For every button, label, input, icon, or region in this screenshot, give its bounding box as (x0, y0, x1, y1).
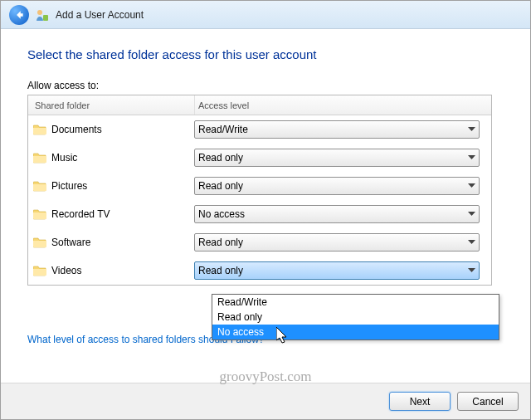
dropdown-option[interactable]: Read/Write (212, 295, 499, 310)
allow-access-label: Allow access to: (27, 80, 504, 91)
table-row: Software Read only (28, 228, 491, 256)
chevron-down-icon (468, 155, 475, 160)
combo-value: Read only (198, 180, 243, 192)
dropdown-option[interactable]: Read only (212, 310, 499, 325)
combo-value: Read only (198, 237, 243, 248)
access-level-combo[interactable]: No access (194, 205, 480, 223)
wizard-window: Add a User Account Select the shared fol… (0, 0, 531, 420)
access-level-combo[interactable]: Read/Write (194, 120, 480, 139)
access-cell: Read only (194, 177, 486, 195)
access-cell: Read/Write (194, 120, 486, 139)
access-level-dropdown[interactable]: Read/WriteRead onlyNo access (212, 294, 499, 340)
folder-icon (33, 151, 46, 164)
user-account-icon (36, 8, 49, 22)
arrow-left-icon (13, 9, 25, 21)
chevron-down-icon (468, 212, 475, 217)
table-row: Videos Read only (28, 256, 491, 285)
folder-name: Pictures (51, 180, 87, 192)
access-level-combo[interactable]: Read only (194, 261, 480, 280)
folder-access-table: Shared folder Access level Documents Rea… (27, 95, 492, 286)
access-cell: Read only (194, 261, 486, 280)
folder-cell: Documents (33, 123, 194, 136)
column-access-level[interactable]: Access level (194, 95, 491, 115)
chevron-down-icon (468, 183, 475, 188)
table-row: Pictures Read only (28, 172, 491, 200)
folder-cell: Videos (33, 264, 194, 277)
combo-value: Read/Write (198, 124, 248, 135)
table-header: Shared folder Access level (28, 95, 491, 115)
table-row: Music Read only (28, 144, 491, 172)
chevron-down-icon (468, 268, 475, 273)
access-level-combo[interactable]: Read only (194, 177, 480, 195)
folder-cell: Recorded TV (33, 208, 194, 221)
header-bar: Add a User Account (1, 1, 530, 29)
combo-value: Read only (198, 152, 243, 164)
combo-value: No access (198, 208, 245, 220)
cancel-button[interactable]: Cancel (457, 392, 519, 411)
folder-name: Recorded TV (51, 208, 110, 220)
column-shared-folder[interactable]: Shared folder (28, 100, 194, 110)
folder-cell: Software (33, 236, 194, 249)
folder-icon (33, 236, 46, 249)
folder-icon (33, 123, 46, 136)
table-row: Documents Read/Write (28, 115, 491, 144)
chevron-down-icon (468, 127, 475, 132)
dropdown-option[interactable]: No access (212, 325, 499, 339)
access-cell: Read only (194, 149, 486, 167)
table-row: Recorded TV No access (28, 200, 491, 228)
instruction-text: Select the shared folder access for this… (27, 47, 504, 61)
access-level-combo[interactable]: Read only (194, 149, 480, 167)
svg-rect-1 (43, 15, 48, 21)
header-title: Add a User Account (56, 9, 144, 21)
folder-cell: Pictures (33, 179, 194, 193)
access-cell: No access (194, 205, 486, 223)
combo-value: Read only (198, 265, 243, 276)
folder-name: Documents (51, 124, 102, 135)
folder-name: Videos (51, 265, 81, 276)
folder-icon (33, 208, 46, 221)
folder-name: Music (51, 152, 77, 164)
access-cell: Read only (194, 233, 486, 252)
footer-bar: Next Cancel (1, 383, 530, 419)
folder-name: Software (51, 237, 90, 248)
folder-icon (33, 179, 46, 193)
back-button[interactable] (9, 5, 29, 25)
folder-icon (33, 264, 46, 277)
folder-cell: Music (33, 151, 194, 164)
access-level-combo[interactable]: Read only (194, 233, 480, 252)
svg-point-0 (37, 10, 42, 15)
next-button[interactable]: Next (389, 392, 451, 411)
chevron-down-icon (468, 240, 475, 245)
